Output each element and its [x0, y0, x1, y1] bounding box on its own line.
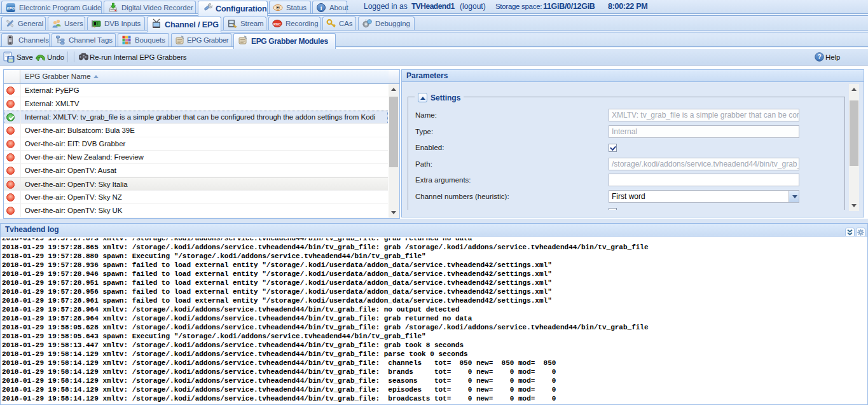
svg-text:?: ?	[817, 53, 821, 60]
svg-text:REC: REC	[273, 22, 281, 26]
